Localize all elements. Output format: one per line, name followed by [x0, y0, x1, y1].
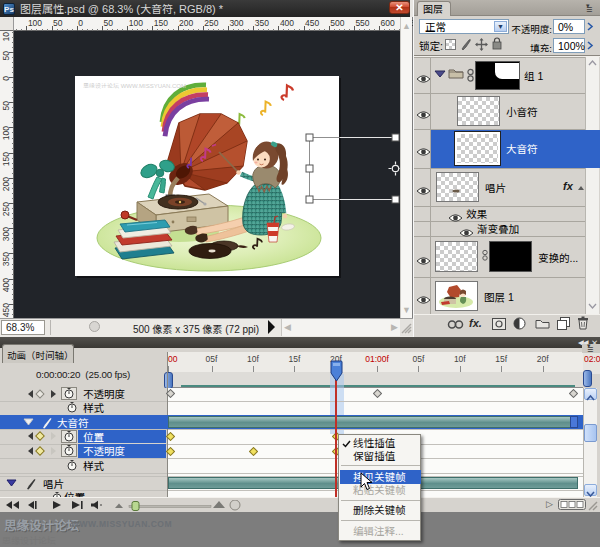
svg-text:思缘设计论坛 WWW.MISSYUAN.COM: 思缘设计论坛 WWW.MISSYUAN.COM	[83, 82, 186, 89]
